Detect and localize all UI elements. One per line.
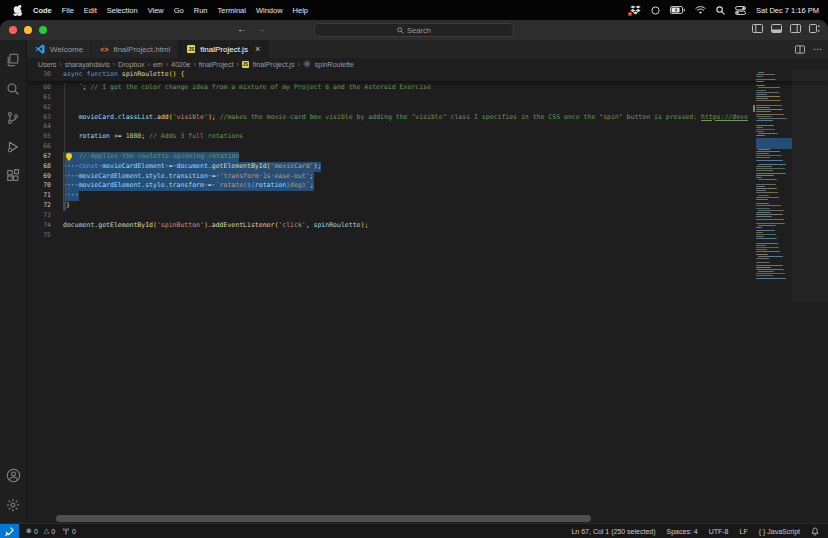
line-number[interactable]: 68 [27,162,63,172]
breadcrumb-item[interactable]: 4020e [171,61,190,68]
menu-item-run[interactable]: Run [189,6,213,15]
problems-indicator[interactable]: ⊗ 0 △ 0 [26,527,55,535]
explorer-icon[interactable] [0,45,26,74]
code-line-70[interactable]: 70····movieCardElement.style.transform·=… [27,181,828,191]
code-line-66[interactable]: 66 [27,142,828,152]
line-number[interactable]: 64 [27,122,63,132]
menu-item-window[interactable]: Window [251,6,288,15]
line-text[interactable]: ····movieCardElement.style.transition·=·… [63,172,314,182]
horizontal-scrollbar[interactable] [56,515,591,522]
line-text[interactable]: } [63,201,70,211]
menu-item-selection[interactable]: Selection [102,6,143,15]
zoom-window-button[interactable] [39,26,47,34]
line-number[interactable]: 60 [27,83,63,93]
menu-item-code[interactable]: Code [28,6,57,15]
battery-icon[interactable] [670,6,685,14]
line-text[interactable]: movieCard.classList.add('visible'); //ma… [63,113,748,123]
line-number[interactable]: 67 [27,152,63,162]
lightbulb-icon[interactable] [66,153,72,159]
menu-item-view[interactable]: View [143,6,169,15]
code-line-69[interactable]: 69····movieCardElement.style.transition·… [27,172,828,182]
more-actions-button[interactable]: ⋯ [813,44,822,54]
code-line-74[interactable]: 74document.getElementById('spinButton').… [27,221,828,231]
close-tab-icon[interactable]: × [255,44,260,54]
breadcrumb-item[interactable]: Dropbox [118,61,144,68]
close-window-button[interactable] [9,26,17,34]
code-line-71[interactable]: 71···· [27,191,828,201]
apple-icon[interactable] [13,5,22,16]
menu-item-edit[interactable]: Edit [79,6,102,15]
breadcrumb-item[interactable]: finalProject [199,61,234,68]
breadcrumb-item[interactable]: Users [38,61,56,68]
toggle-panel-bottom-icon[interactable] [771,24,782,33]
breadcrumb-symbol[interactable]: spinRoulette [315,61,354,68]
menu-item-go[interactable]: Go [169,6,189,15]
code-line-68[interactable]: 68····const·movieCardElement·=·document.… [27,162,828,172]
language-mode[interactable]: { } JavaScript [759,528,800,535]
menu-item-file[interactable]: File [57,6,79,15]
code-line-30[interactable]: 30async function spinRoulette() { [27,70,828,80]
tab-finalproject-js[interactable]: JSfinalProject.js× [179,40,269,58]
line-text[interactable]: ····movieCardElement.style.transform·=·`… [63,181,314,191]
line-number[interactable]: 61 [27,93,63,103]
line-number[interactable]: 65 [27,132,63,142]
line-number[interactable]: 75 [27,231,63,241]
code-line-63[interactable]: 63 movieCard.classList.add('visible'); /… [27,113,828,123]
line-text[interactable]: ····const·movieCardElement·=·document.ge… [63,162,321,172]
notifications-bell-icon[interactable] [811,527,819,536]
breadcrumb-item[interactable]: em [153,61,163,68]
line-number[interactable]: 62 [27,103,63,113]
focus-icon[interactable] [651,6,660,15]
line-number[interactable]: 73 [27,211,63,221]
cursor-position[interactable]: Ln 67, Col 1 (250 selected) [571,528,655,535]
code-line-60[interactable]: 60 `; // I got the color change idea fro… [27,83,828,93]
encoding[interactable]: UTF-8 [709,528,729,535]
split-editor-icon[interactable] [795,45,805,54]
line-number[interactable]: 74 [27,221,63,231]
accounts-icon[interactable] [0,461,26,490]
title-bar[interactable]: ← → Search [0,20,828,40]
line-text[interactable]: ···· [63,191,79,201]
code-line-64[interactable]: 64 [27,122,828,132]
line-number[interactable]: 69 [27,172,63,182]
line-number[interactable]: 63 [27,113,63,123]
line-text[interactable]: async function spinRoulette() { [63,70,184,80]
toggle-panel-right-icon[interactable] [790,24,801,33]
line-text[interactable]: `; // I got the color change idea from a… [63,83,431,93]
line-number[interactable]: 70 [27,181,63,191]
control-center-icon[interactable] [735,6,746,15]
line-text[interactable]: //·Applies·the·roulette·spinning·rotatio… [63,152,239,162]
search-sidebar-icon[interactable] [0,74,26,103]
line-number[interactable]: 71 [27,191,63,201]
code-line-73[interactable]: 73 [27,211,828,221]
sticky-scroll-line[interactable]: 30async function spinRoulette() { [27,70,828,81]
wifi-icon[interactable] [695,6,706,14]
line-number[interactable]: 72 [27,201,63,211]
back-button[interactable]: ← [237,23,247,34]
spotlight-icon[interactable] [716,6,725,15]
run-debug-icon[interactable] [0,132,26,161]
extensions-icon[interactable] [0,161,26,190]
code-line-67[interactable]: 67//·Applies·the·roulette·spinning·rotat… [27,152,828,162]
line-number[interactable]: 66 [27,142,63,152]
forward-button[interactable]: → [256,23,266,34]
tab-welcome[interactable]: Welcome [27,40,92,58]
code-line-72[interactable]: 72} [27,201,828,211]
settings-gear-icon[interactable] [0,490,26,519]
ports-indicator[interactable]: 0 [62,527,76,535]
menu-item-help[interactable]: Help [288,6,313,15]
remote-indicator[interactable] [0,524,19,538]
minimize-window-button[interactable] [24,26,32,34]
dropbox-icon[interactable] [630,5,641,15]
command-search-box[interactable]: Search [314,23,514,37]
eol-sequence[interactable]: LF [740,528,748,535]
tab-finalproject-html[interactable]: <>finalProject.html [92,40,179,58]
menubar-clock[interactable]: Sat Dec 7 1:16 PM [756,6,819,15]
code-line-61[interactable]: 61 [27,93,828,103]
minimap[interactable] [756,72,790,297]
line-text[interactable]: rotation += 1080; // Adds 3 full rotatio… [63,132,243,142]
editor[interactable]: 60 `; // I got the color change idea fro… [27,70,828,523]
indentation[interactable]: Spaces: 4 [667,528,698,535]
menu-item-terminal[interactable]: Terminal [213,6,251,15]
source-control-icon[interactable] [0,103,26,132]
